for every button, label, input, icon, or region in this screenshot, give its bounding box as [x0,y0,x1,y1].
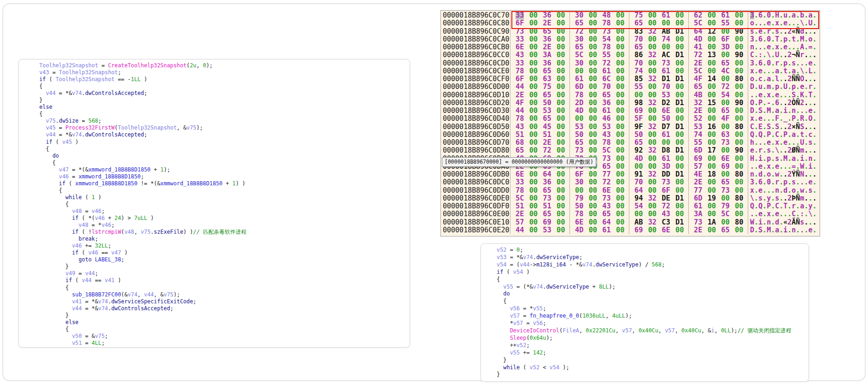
hex-byte-group[interactable]: 73 1A 00 80 [688,219,748,226]
code-line[interactable]: do [33,153,410,160]
hex-byte-group[interactable]: 50 00 43 00 [569,131,629,139]
code-line[interactable]: while ( 1 ) [33,194,410,201]
hex-address[interactable]: 0000018B896C0DC0 [441,178,510,186]
hex-byte-group[interactable]: 53 16 00 80 [688,123,748,131]
code-line[interactable]: goto LABEL_38; [33,256,410,263]
code-line[interactable]: v44 = *&v74.dwControlsAccepted; [33,305,410,312]
code-line[interactable]: v45 = Process32FirstW(Toolhelp32Snapshot… [33,124,410,131]
hex-byte-group[interactable]: 6E 00 2E 00 [510,43,569,51]
hex-byte-group[interactable]: 98 32 D2 D1 [629,99,688,107]
decompiler-panel-left[interactable]: Toolhelp32Snapshot = CreateToolhelp32Sna… [18,59,410,348]
hex-byte-group[interactable]: 6D 19 00 80 [688,195,748,202]
hex-address[interactable]: 0000018B896C0CF0 [441,75,510,83]
hex-byte-group[interactable]: 33 00 36 00 [510,35,569,43]
hex-row[interactable]: 0000018B896C0E2044 00 53 004D 00 61 0069… [441,226,820,234]
hex-address[interactable]: 0000018B896C0DB0 [441,171,510,178]
hex-byte-group[interactable]: 75 00 61 00 [629,12,688,19]
hex-byte-group[interactable]: 43 00 45 00 [510,123,569,131]
code-line[interactable]: sub_18B8B72FC00(&v74, v44, &v75); [33,291,410,298]
hex-byte-group[interactable]: 64 00 6F 00 [629,187,688,195]
hex-row[interactable]: 0000018B896C0DC033 00 36 0030 00 72 0070… [441,178,820,186]
hex-address[interactable]: 0000018B896C0D60 [441,131,510,139]
hex-byte-group[interactable]: 69 00 6E 00 [629,226,688,234]
decompiler-panel-bottom[interactable]: v52 = 0;v53 = *&v74.dwServiceType;v54 = … [481,243,809,382]
hex-address[interactable]: 0000018B896C0E00 [441,210,510,218]
hex-byte-group[interactable]: 2E 00 65 00 [688,226,748,234]
hex-byte-group[interactable]: 30 00 72 00 [569,59,629,67]
hex-dump-panel[interactable]: 0000018B896C0C7033 00 36 0030 00 48 0075… [440,10,820,236]
code-line[interactable]: { [33,146,410,153]
hex-address[interactable]: 0000018B896C0CC0 [441,51,510,59]
hex-byte-group[interactable]: 00 00 3D 00 [629,163,688,171]
hex-address[interactable]: 0000018B896C0D20 [441,99,510,107]
hex-ascii[interactable]: o...e.x.e...\.U. [748,19,818,27]
hex-ascii[interactable]: x.e...a.t.a.\.L. [748,67,818,75]
hex-byte-group[interactable]: 51 00 51 00 [510,131,569,139]
hex-byte-group[interactable]: 6F 00 2E 00 [510,19,569,27]
hex-row[interactable]: 0000018B896C0CE078 00 65 0000 00 61 0074… [441,67,820,75]
hex-byte-group[interactable]: 9F 32 D7 D1 [629,123,688,131]
hex-address[interactable]: 0000018B896C0C80 [441,19,510,27]
code-line[interactable]: else [33,319,410,326]
hex-byte-group[interactable]: 65 00 78 00 [569,19,629,27]
hex-row[interactable]: 0000018B896C0D0044 00 75 006D 00 70 0055… [441,83,820,91]
hex-row[interactable]: 0000018B896C0C9073 00 65 0072 00 73 0083… [441,28,820,35]
hex-byte-group[interactable]: 30 00 72 00 [569,178,629,186]
code-line[interactable]: v46 = xmmword_18B8B8D1850; [33,173,410,180]
hex-row[interactable]: 0000018B896C0C806F 00 2E 0065 00 78 0065… [441,19,820,27]
hex-byte-group[interactable]: 43 00 3A 00 [510,51,569,59]
hex-byte-group[interactable]: 69 00 6E 00 [629,107,688,115]
code-line[interactable]: v44 = *&v74.dwControlsAccepted; [33,90,410,97]
code-line[interactable]: v57 = fn_heapfree_0_0(1036uLL, 4uLL); [497,313,809,320]
code-line[interactable]: } [33,312,410,319]
hex-row[interactable]: 0000018B896C0C7033 00 36 0030 00 48 0075… [441,12,820,19]
hex-ascii[interactable]: ..e.x.e...C.:.\. [748,210,818,218]
code-line[interactable]: Sleep(0x64u); [497,335,809,342]
hex-byte-group[interactable]: 78 00 65 00 [510,67,569,75]
hex-byte-group[interactable]: 51 00 51 00 [510,202,569,210]
code-line[interactable]: { [33,83,410,90]
hex-byte-group[interactable]: 32 15 00 90 [688,99,748,107]
hex-byte-group[interactable]: 65 00 72 00 [688,83,748,91]
hex-byte-group[interactable]: 6F 00 63 00 [510,75,569,83]
code-line[interactable]: *v57 = v56; [497,320,809,327]
hex-byte-group[interactable]: 4F 14 00 80 [688,75,748,83]
code-line[interactable]: } [33,97,410,104]
hex-row[interactable]: 0000018B896C0D102E 00 65 0078 00 65 0000… [441,91,820,99]
hex-row[interactable]: 0000018B896C0DB06E 00 64 006F 00 77 0091… [441,171,820,178]
hex-ascii[interactable]: C.E.S.S..2×ÑS... [748,123,818,131]
code-line[interactable]: } [33,263,410,270]
hex-row[interactable]: 0000018B896C0E002E 00 65 0078 00 65 0000… [441,210,820,218]
hex-byte-group[interactable]: 65 00 00 00 [629,139,688,147]
hex-byte-group[interactable]: 5C 00 55 00 [569,51,629,59]
hex-byte-group[interactable]: 30 00 48 00 [569,12,629,19]
hex-byte-group[interactable]: 92 32 D8 D1 [629,147,688,154]
hex-ascii[interactable]: O.P.-.6..2ÒÑ2... [748,99,818,107]
hex-byte-group[interactable]: 33 00 36 00 [510,59,569,67]
hex-byte-group[interactable]: 4D 00 61 00 [569,107,629,115]
hex-byte-group[interactable]: 62 00 61 00 [688,12,748,19]
hex-byte-group[interactable]: 2E 00 65 00 [510,91,569,99]
hex-byte-group[interactable]: 77 00 73 00 [688,187,748,195]
hex-byte-group[interactable]: 94 32 DE D1 [629,195,688,202]
hex-address[interactable]: 0000018B896C0D70 [441,139,510,147]
hex-byte-group[interactable]: 5C 00 55 00 [688,19,748,27]
hex-byte-group[interactable]: 5C 00 73 00 [510,195,569,202]
code-line[interactable]: if ( v45 ) [33,139,410,146]
hex-byte-group[interactable]: 53 00 53 00 [569,123,629,131]
code-line[interactable]: if ( *(v46 + 24) > 7uLL ) [33,215,410,222]
hex-byte-group[interactable]: 6D 00 70 00 [569,83,629,91]
hex-byte-group[interactable]: 83 32 AB D1 [629,28,688,35]
code-line[interactable]: if ( v46 == v47 ) [33,249,410,256]
code-line[interactable]: } [497,371,809,378]
code-line[interactable]: if ( Toolhelp32Snapshot == -1LL ) [33,76,410,83]
code-line[interactable]: v55 += 142; [497,349,809,357]
hex-row[interactable]: 0000018B896C0E1057 00 69 006E 00 64 00AB… [441,219,820,226]
hex-byte-group[interactable]: 61 00 79 00 [688,202,748,210]
hex-byte-group[interactable]: 64 12 00 90 [688,28,748,35]
code-line[interactable]: v49 = v44; [33,270,410,277]
hex-byte-group[interactable]: 61 00 6C 00 [569,75,629,83]
code-line[interactable]: v55 = (*&v74.dwServiceType + 8LL); [497,284,809,291]
hex-ascii[interactable]: ..e.x.e...=.W.i. [748,163,818,171]
code-line[interactable]: { [33,187,410,194]
